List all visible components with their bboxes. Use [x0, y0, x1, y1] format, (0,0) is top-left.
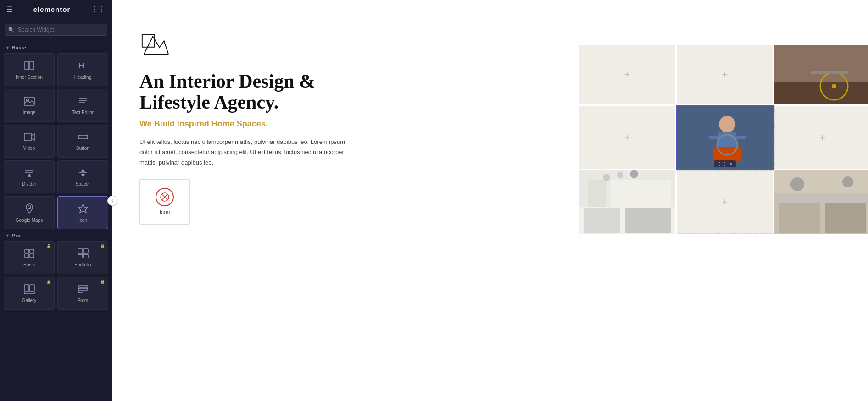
widget-gallery-label: Gallery	[22, 298, 37, 303]
widget-divider-label: Divider	[22, 181, 36, 187]
plus-icon-1-2: +	[722, 69, 728, 81]
widget-portfolio[interactable]: 🔒 Portfolio	[57, 241, 108, 274]
svg-rect-52	[736, 136, 746, 139]
sidebar-collapse-button[interactable]: ‹	[107, 196, 117, 206]
svg-rect-5	[24, 97, 34, 105]
svg-rect-26	[25, 254, 29, 258]
section-pro-header[interactable]: ▼ Pro	[6, 233, 108, 238]
img-cell-2-3[interactable]: +	[774, 106, 868, 169]
svg-point-69	[842, 176, 853, 187]
hero-body: Ut elit tellus, luctus nec ullamcorper m…	[139, 137, 351, 167]
svg-marker-16	[28, 174, 31, 176]
svg-rect-34	[24, 292, 34, 294]
image-grid: + +	[579, 45, 868, 242]
widget-icon[interactable]: Icon	[57, 196, 108, 229]
img-cell-1-1[interactable]: +	[579, 45, 675, 104]
search-input[interactable]	[5, 24, 107, 36]
svg-rect-30	[78, 254, 83, 258]
hero-title: An Interior Design & Lifestyle Agency.	[139, 71, 351, 113]
hero-section: An Interior Design & Lifestyle Agency. W…	[112, 0, 868, 247]
svg-point-54	[717, 135, 737, 155]
widget-form[interactable]: 🔒 Form	[57, 277, 108, 310]
icon-widget-circle	[156, 188, 174, 206]
svg-rect-59	[588, 180, 606, 207]
section-basic-arrow: ▼	[6, 45, 10, 50]
svg-rect-11	[24, 133, 31, 141]
cell-close-icon[interactable]: ×	[729, 161, 732, 166]
img-cell-2-1[interactable]: +	[579, 106, 675, 169]
svg-rect-27	[30, 254, 34, 258]
svg-rect-37	[78, 291, 83, 293]
hero-logo	[139, 27, 351, 61]
section-pro-arrow: ▼	[6, 233, 10, 238]
widget-video[interactable]: Video	[4, 125, 55, 158]
svg-marker-23	[78, 204, 88, 213]
widget-image[interactable]: Image	[4, 89, 55, 122]
image-icon	[24, 96, 35, 108]
widget-button[interactable]: Button	[57, 125, 108, 158]
img-cell-3-3[interactable]	[774, 170, 868, 234]
svg-rect-0	[25, 61, 29, 70]
widget-form-label: Form	[78, 298, 88, 303]
widget-gallery[interactable]: 🔒 Gallery	[4, 277, 55, 310]
widget-inner-section[interactable]: Inner Section	[4, 53, 55, 86]
img-cell-3-1[interactable]	[579, 170, 675, 234]
widget-spacer[interactable]: Spacer	[57, 160, 108, 193]
svg-rect-1	[30, 61, 34, 70]
widget-portfolio-label: Portfolio	[74, 262, 91, 268]
img-cell-3-2[interactable]: +	[677, 170, 773, 234]
video-icon	[24, 132, 35, 143]
svg-rect-24	[25, 249, 29, 253]
basic-widget-grid: Inner Section Heading	[4, 53, 108, 229]
portfolio-icon	[78, 248, 89, 260]
posts-lock-icon: 🔒	[46, 244, 51, 248]
svg-rect-28	[78, 249, 83, 253]
sidebar: ☰ elementor ⋮⋮ 🔍 ▼ Basic Inner Section	[0, 0, 112, 401]
spacer-icon	[78, 168, 89, 179]
icon-widget-preview[interactable]: Icon	[139, 179, 190, 225]
form-lock-icon: 🔒	[100, 280, 105, 284]
svg-rect-29	[83, 249, 88, 253]
hero-right-images: + +	[369, 0, 868, 247]
grid-icon[interactable]: ⋮⋮	[91, 5, 106, 14]
text-editor-icon	[78, 96, 89, 108]
img-cell-1-2[interactable]: +	[677, 45, 773, 104]
heading-icon	[78, 60, 89, 72]
widget-heading[interactable]: Heading	[57, 53, 108, 86]
hero-left-content: An Interior Design & Lifestyle Agency. W…	[112, 0, 369, 247]
section-basic-header[interactable]: ▼ Basic	[6, 45, 108, 50]
widget-text-editor[interactable]: Text Editor	[57, 89, 108, 122]
button-icon	[78, 132, 89, 143]
svg-rect-36	[78, 288, 88, 290]
svg-rect-25	[30, 249, 34, 253]
section-basic-label: Basic	[11, 45, 26, 50]
hamburger-icon[interactable]: ☰	[6, 5, 13, 14]
svg-point-46	[832, 84, 836, 88]
plus-icon-2-1: +	[624, 132, 630, 143]
search-icon: 🔍	[8, 27, 15, 33]
svg-rect-67	[825, 203, 866, 233]
sidebar-header: ☰ elementor ⋮⋮	[0, 0, 112, 19]
svg-point-61	[603, 174, 610, 181]
widget-google-maps[interactable]: Google Maps	[4, 196, 55, 229]
icon-widget-label: Icon	[160, 209, 170, 215]
svg-rect-32	[24, 285, 29, 291]
svg-rect-51	[709, 136, 718, 139]
plus-icon-3-2: +	[722, 196, 728, 208]
portfolio-lock-icon: 🔒	[100, 244, 105, 248]
cell-move-icon[interactable]: ⋮⋮	[718, 161, 727, 166]
svg-rect-35	[78, 286, 88, 287]
widget-icon-label: Icon	[78, 218, 87, 223]
svg-rect-57	[584, 208, 620, 233]
svg-point-63	[630, 170, 638, 178]
plus-icon-2-3: +	[820, 132, 826, 143]
pro-widget-grid: 🔒 Posts 🔒	[4, 241, 108, 310]
widget-video-label: Video	[23, 146, 35, 151]
widget-divider[interactable]: Divider	[4, 160, 55, 193]
img-cell-1-3[interactable]	[774, 45, 868, 104]
svg-marker-20	[82, 174, 84, 176]
img-cell-2-2[interactable]: ⋮⋮ ×	[677, 106, 773, 169]
widget-posts[interactable]: 🔒 Posts	[4, 241, 55, 274]
svg-rect-70	[774, 193, 868, 203]
hero-subtitle: We Build Inspired Home Spaces.	[139, 119, 351, 129]
